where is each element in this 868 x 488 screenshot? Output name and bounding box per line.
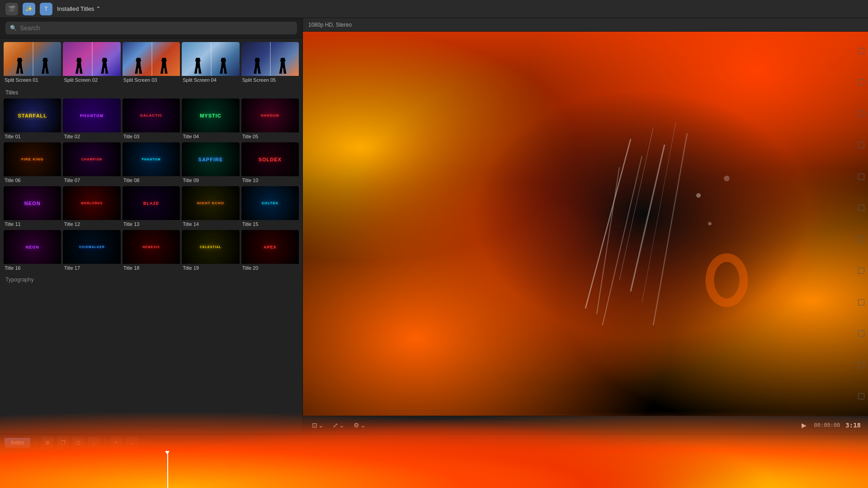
- list-item[interactable]: APEX Title 20: [241, 230, 299, 272]
- list-item[interactable]: VOIDWALKER Title 17: [63, 230, 120, 272]
- list-item[interactable]: SAPFIRE Title 09: [182, 142, 239, 184]
- cursor-chevron[interactable]: ⌄: [126, 437, 138, 449]
- project-duration: 04:16: [99, 477, 114, 483]
- checkbox[interactable]: [858, 174, 864, 180]
- list-item[interactable]: PHANTOM Title 02: [63, 99, 120, 141]
- item-label: Split Screen 03: [123, 76, 180, 84]
- item-label: Title 06: [4, 176, 61, 184]
- item-label: Title 15: [241, 220, 299, 228]
- item-label: Title 14: [182, 220, 239, 228]
- effects-icon[interactable]: ✨: [23, 3, 35, 15]
- ruler-mark: 03:00: [850, 453, 863, 458]
- list-item[interactable]: PHANTOM Title 08: [123, 142, 180, 184]
- checkbox[interactable]: [858, 142, 864, 148]
- list-item[interactable]: CHAMPION Title 07: [63, 142, 120, 184]
- play-button[interactable]: ▶: [800, 420, 808, 431]
- video-controls: ⊡⌄ ⤢⌄ ⚙⌄ ▶ 00:00:00 3:18: [303, 416, 868, 434]
- index-tab[interactable]: Index: [5, 438, 30, 448]
- item-label: Split Screen 01: [4, 76, 61, 84]
- top-bar: 🎬 ✨ T Installed Titles ⌃: [0, 0, 868, 18]
- checkbox[interactable]: [858, 111, 864, 117]
- svg-line-4: [642, 122, 676, 303]
- project-name-label: Anime Collection Tutorial: [20, 477, 85, 483]
- item-label: Title 03: [123, 132, 180, 141]
- svg-line-2: [619, 128, 653, 281]
- item-label: Title 09: [182, 176, 239, 184]
- bottom-area: Index ⊞ ❒ ⊡ ⌄ ↖ ⌄ 00:00:00:00 00:00:01:0…: [0, 434, 868, 488]
- cursor-tool[interactable]: ↖: [111, 437, 123, 449]
- item-label: Title 19: [182, 264, 239, 272]
- list-item[interactable]: SHOGUN Title 05: [241, 99, 299, 141]
- installed-titles-dropdown[interactable]: Installed Titles ⌃: [57, 5, 101, 12]
- list-item[interactable]: Split Screen 01: [4, 42, 61, 84]
- search-wrapper: 🔍: [5, 22, 297, 34]
- svg-point-9: [724, 176, 730, 182]
- transform-button[interactable]: ⤢⌄: [331, 420, 346, 431]
- list-item[interactable]: Split Screen 04: [182, 42, 239, 84]
- checkbox[interactable]: [858, 330, 864, 337]
- titles-section-label: Titles: [4, 86, 299, 99]
- left-panel: 🔍 Split Screen 01: [0, 18, 303, 434]
- nav-back-button[interactable]: ❮: [7, 477, 13, 484]
- chevron-down-icon: ⌃: [96, 5, 101, 12]
- list-item[interactable]: NEON Title 16: [4, 230, 61, 272]
- item-label: Title 05: [241, 132, 299, 141]
- tool-chevron[interactable]: ⌄: [88, 437, 99, 449]
- item-label: Title 10: [241, 176, 299, 184]
- titles-icon[interactable]: T: [40, 3, 52, 15]
- list-item[interactable]: FIRE KING Title 06: [4, 142, 61, 184]
- typography-label: Typography: [4, 274, 299, 285]
- crop-button[interactable]: ⊡⌄: [310, 420, 326, 431]
- checkbox[interactable]: [858, 267, 864, 274]
- list-item[interactable]: MYSTIC Title 04: [182, 99, 239, 141]
- checkbox[interactable]: [858, 79, 864, 85]
- item-label: Title 13: [123, 220, 180, 228]
- project-name: Anime Collection Tutorial ⌄: [20, 477, 92, 483]
- list-item[interactable]: WARLORDS Title 12: [63, 186, 120, 228]
- chevron-down-icon: ⌄: [318, 422, 324, 429]
- list-item[interactable]: SOLDEX Title 10: [241, 142, 299, 184]
- list-item[interactable]: NEON Title 11: [4, 186, 61, 228]
- video-overlay: [529, 108, 755, 339]
- titles-row-3: NEON Title 11 WARLORDS Title 12 BLAZE Ti…: [4, 186, 299, 228]
- stack-tool[interactable]: ❒: [57, 437, 69, 449]
- list-item[interactable]: GALACTIC Title 03: [123, 99, 180, 141]
- item-label: Split Screen 02: [63, 76, 120, 84]
- list-item[interactable]: CELESTIAL Title 19: [182, 230, 239, 272]
- grid-tool[interactable]: ⊡: [72, 437, 84, 449]
- duration: 3:18: [845, 422, 861, 429]
- titles-row-2: FIRE KING Title 06 CHAMPION Title 07 PHA…: [4, 142, 299, 184]
- chevron-down-icon: ⌄: [339, 422, 344, 429]
- checkbox[interactable]: [858, 236, 864, 243]
- list-item[interactable]: Split Screen 03: [123, 42, 180, 84]
- checkbox[interactable]: [858, 48, 864, 54]
- list-item[interactable]: BLAZE Title 13: [123, 186, 180, 228]
- checkbox-column: [854, 32, 868, 416]
- search-input[interactable]: [5, 22, 297, 34]
- svg-line-0: [585, 139, 631, 309]
- resolution-label: 1080p HD, Stereo: [308, 22, 352, 28]
- item-label: Title 08: [123, 176, 180, 184]
- checkbox[interactable]: [858, 393, 864, 399]
- list-item[interactable]: NEMESIS Title 18: [123, 230, 180, 272]
- checkbox[interactable]: [858, 299, 864, 305]
- titles-row-4: NEON Title 16 VOIDWALKER Title 17 NEMESI…: [4, 230, 299, 272]
- media-icon[interactable]: 🎬: [5, 3, 18, 15]
- checkbox[interactable]: [858, 205, 864, 211]
- checkbox[interactable]: [858, 362, 864, 368]
- blade-tool[interactable]: ⊞: [42, 437, 53, 449]
- list-item[interactable]: Split Screen 02: [63, 42, 120, 84]
- list-item[interactable]: SOLTEK Title 15: [241, 186, 299, 228]
- project-chevron-icon: ⌄: [87, 477, 92, 483]
- list-item[interactable]: STARFALL Title 01: [4, 99, 61, 141]
- settings-button[interactable]: ⚙⌄: [352, 420, 368, 431]
- item-label: Title 20: [241, 264, 299, 272]
- list-item[interactable]: NIGHT ECHO Title 14: [182, 186, 239, 228]
- playhead[interactable]: [167, 451, 168, 488]
- svg-point-8: [708, 222, 712, 225]
- content-scroll[interactable]: Split Screen 01 Split Screen 02: [0, 38, 302, 434]
- svg-point-7: [696, 193, 701, 198]
- list-item[interactable]: Split Screen 05: [241, 42, 299, 84]
- svg-line-5: [597, 167, 619, 314]
- item-label: Title 18: [123, 264, 180, 272]
